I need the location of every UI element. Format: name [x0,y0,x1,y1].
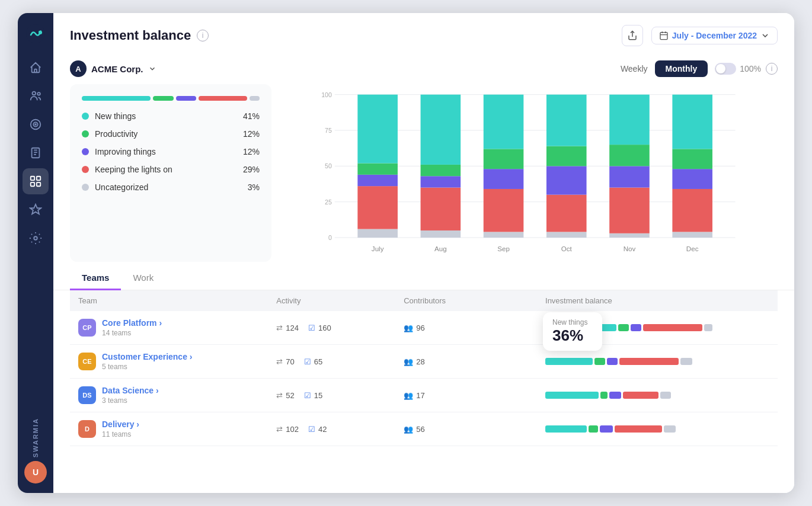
svg-rect-43 [484,149,524,169]
invest-segment [623,392,658,399]
investment-cell [537,379,778,412]
prs-item: ⇄ 102 [276,425,299,434]
contributors-icon: 👥 [404,324,413,332]
svg-rect-59 [672,189,712,232]
legend-pct: 29% [243,165,260,174]
svg-point-6 [35,124,36,125]
legend-pct: 12% [243,147,260,156]
team-name-link[interactable]: Delivery › [102,419,139,429]
legend-name: Improving things [95,147,156,156]
contributors-cell: 👥 56 [395,412,537,446]
legend-name: New things [95,111,136,121]
pr-count: 102 [286,425,299,434]
legend-dot [82,130,89,137]
sidebar-item-settings[interactable] [23,225,49,251]
company-selector[interactable]: A ACME Corp. [70,60,156,77]
company-chevron-icon [148,65,156,73]
svg-rect-14 [660,33,667,40]
percent-switch[interactable] [715,63,736,75]
tasks-item: ☑ 65 [304,357,322,366]
svg-text:50: 50 [325,162,332,169]
team-info: Data Science › 3 teams [102,386,159,405]
tooltip-label: New things [552,318,593,326]
invest-segment [609,392,621,399]
invest-segment [704,324,712,331]
info-icon[interactable]: i [197,30,209,41]
share-button[interactable] [622,25,643,46]
tasks-item: ☑ 42 [308,425,327,434]
date-range-selector[interactable]: July - December 2022 [651,27,778,44]
sidebar-item-dashboard[interactable] [23,168,49,194]
bar-chart-wrapper: 1007550250JulyAugSepOctNovDec [281,84,778,262]
legend-item: Keeping the lights on 29% [82,165,260,174]
svg-rect-46 [546,232,587,238]
svg-text:Sep: Sep [497,245,510,252]
percent-info-icon[interactable]: i [766,63,778,75]
team-name-link[interactable]: Data Science › [102,386,159,395]
svg-rect-50 [546,95,587,146]
svg-rect-38 [421,95,461,165]
tab-work[interactable]: Work [121,267,165,290]
team-avatar: D [78,420,96,438]
svg-rect-28 [357,229,398,238]
company-icon: A [70,60,87,77]
pr-count: 124 [286,324,299,332]
legend-panel: New things 41% Productivity 12% Improvin… [70,84,271,262]
svg-rect-42 [484,169,524,189]
sidebar-item-home[interactable] [23,55,49,81]
svg-rect-10 [31,182,34,186]
legend-dot [82,166,89,173]
invest-segment [631,324,641,331]
contributors-icon: 👥 [404,425,413,434]
task-count: 15 [314,391,322,400]
team-cell: DS Data Science › 3 teams [70,379,268,412]
svg-rect-60 [672,169,712,189]
invest-segment [664,425,676,433]
team-name-link[interactable]: Core Platform › [102,318,162,328]
user-avatar[interactable]: U [24,461,47,483]
sidebar-item-docs[interactable] [23,140,49,166]
tasks-item: ☑ 160 [308,324,331,332]
task-icon: ☑ [304,357,311,366]
chart-section: New things 41% Productivity 12% Improvin… [53,84,794,262]
tooltip-value: 36% [552,326,593,345]
tabs: TeamsWork [70,267,778,290]
monthly-toggle[interactable]: Monthly [655,60,708,77]
legend-pct: 3% [248,182,260,192]
weekly-toggle[interactable]: Weekly [621,64,648,73]
svg-rect-48 [546,166,587,194]
prs-item: ⇄ 70 [276,357,294,366]
sidebar: SWARMIA U [18,13,53,493]
sidebar-item-strategy[interactable] [23,197,49,223]
toggle-knob [716,64,725,73]
legend-item-left: New things [82,111,136,121]
company-name: ACME Corp. [91,64,143,74]
svg-text:100: 100 [321,91,332,98]
app-logo[interactable] [24,23,47,45]
svg-rect-55 [609,145,650,166]
legend-dot [82,113,89,120]
page-header: Investment balance i [53,13,794,56]
tab-teams[interactable]: Teams [70,267,121,290]
contributors-cell: 👥 17 [395,379,537,412]
sidebar-item-pulse[interactable] [23,111,49,137]
view-toggle: Weekly Monthly 100% i [621,60,778,77]
prs-item: ⇄ 52 [276,391,294,400]
team-name-link[interactable]: Customer Experience › [102,352,193,361]
svg-rect-34 [421,230,461,238]
contributors-count: 17 [416,391,424,400]
team-info: Customer Experience › 5 teams [102,352,193,371]
percent-toggle: 100% i [715,63,778,75]
sidebar-item-team[interactable] [23,83,49,109]
svg-rect-30 [357,175,398,186]
pr-icon: ⇄ [276,425,283,434]
activity-items: ⇄ 52 ☑ 15 [276,391,387,400]
svg-rect-52 [609,233,650,238]
invest-bar [545,425,769,433]
legend-item: Improving things 12% [82,147,260,156]
svg-rect-53 [609,188,650,233]
header-right: July - December 2022 [622,25,778,46]
invest-segment [594,358,605,365]
contributors-icon: 👥 [404,391,413,400]
company-bar: A ACME Corp. Weekly Monthly 100% i [53,56,794,84]
